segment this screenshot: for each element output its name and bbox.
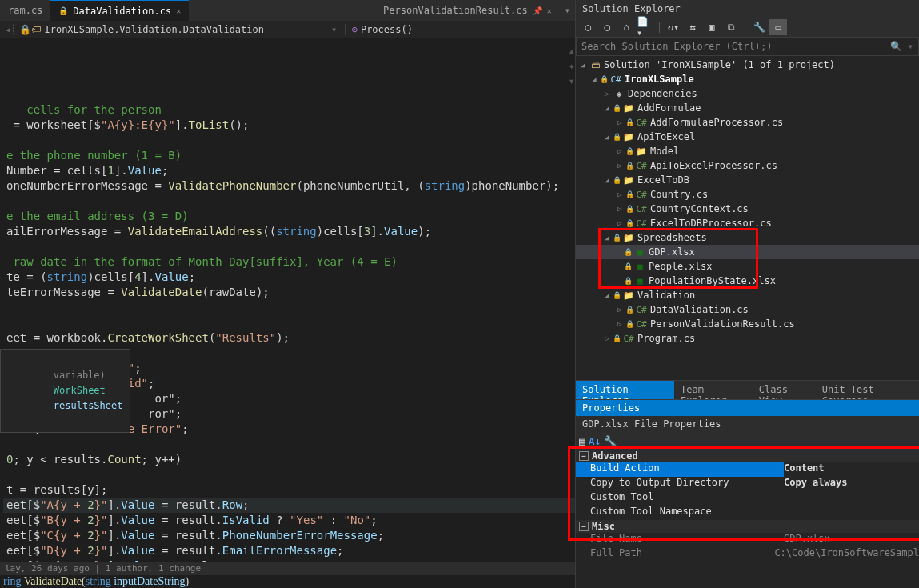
- tab-personvalidation[interactable]: PersonValidationResult.cs 📌 ✕: [375, 0, 560, 21]
- file-addformulaeprocessor[interactable]: ▷🔒C#AddFormulaeProcessor.cs: [576, 115, 919, 130]
- annotation-highlight-properties: [568, 446, 919, 541]
- project-node[interactable]: ◢🔒C#IronXLSample: [576, 72, 919, 86]
- solution-node[interactable]: ◢🗃Solution 'IronXLSample' (1 of 1 projec…: [576, 58, 919, 72]
- collapse-icon[interactable]: ⇆: [684, 19, 701, 35]
- properties-grid[interactable]: −Advanced Build Action Content Copy to O…: [576, 450, 919, 588]
- sort-icon[interactable]: A↓: [589, 435, 601, 447]
- pin-icon[interactable]: 📌: [533, 6, 542, 15]
- solution-explorer-title: Solution Explorer: [576, 0, 919, 18]
- prop-full-path[interactable]: Full Path C:\Code\IronSoftwareSampl: [576, 547, 919, 562]
- code-editor[interactable]: variable) WorkSheet resultsSheet ▴✦▾ cel…: [0, 38, 575, 562]
- split-handle-icon[interactable]: ▴✦▾: [569, 43, 575, 89]
- codelens-status: lay, 26 days ago | 1 author, 1 change: [0, 562, 575, 575]
- panel-tab-bar: Solution Explorer Team Explorer Class Vi…: [576, 380, 919, 399]
- breadcrumb-bar: ◂┊ 🔒🏷 IronXLSample.Validation.DataValida…: [0, 21, 575, 38]
- breadcrumb-namespace[interactable]: 🔒🏷 IronXLSample.Validation.DataValidatio…: [19, 24, 264, 35]
- file-personvalidation[interactable]: ▷🔒C#PersonValidationResult.cs: [576, 317, 919, 331]
- tab-datavalidation[interactable]: 🔒 DataValidation.cs ✕: [50, 0, 189, 21]
- lock-icon: 🔒: [58, 6, 68, 15]
- back-icon[interactable]: ◯: [579, 19, 597, 35]
- file-datavalidation[interactable]: ▷🔒C#DataValidation.cs: [576, 302, 919, 317]
- solution-tree[interactable]: ◢🗃Solution 'IronXLSample' (1 of 1 projec…: [576, 56, 919, 380]
- annotation-highlight-spreadsheets: [598, 228, 758, 289]
- file-country[interactable]: ▷🔒C#Country.cs: [576, 187, 919, 202]
- intellisense-tooltip: variable) WorkSheet resultsSheet: [0, 349, 130, 433]
- categorize-icon[interactable]: ▤: [579, 435, 585, 447]
- properties-panel: Properties GDP.xlsx File Properties ▤ A↓…: [576, 399, 919, 588]
- folder-validation[interactable]: ◢🔒📁Validation: [576, 288, 919, 302]
- forward-icon[interactable]: ◯: [598, 19, 616, 35]
- editor-tab-bar: ram.cs 🔒 DataValidation.cs ✕ PersonValid…: [0, 0, 575, 21]
- tab-class-view[interactable]: Class View: [753, 381, 816, 399]
- solution-explorer-toolbar: ◯ ◯ ⌂ 📄▾ ↻▾ ⇆ ▣ ⧉ 🔧 ▭: [576, 18, 919, 37]
- folder-exceltodb[interactable]: ◢🔒📁ExcelToDB: [576, 173, 919, 187]
- preview-icon[interactable]: ▭: [769, 19, 787, 35]
- tab-unit-test[interactable]: Unit Test Coverage: [816, 381, 919, 399]
- tab-solution-explorer[interactable]: Solution Explorer: [576, 381, 674, 399]
- solution-search-input[interactable]: Search Solution Explorer (Ctrl+;) 🔍 ▾: [576, 37, 919, 56]
- folder-model[interactable]: ▷🔒📁Model: [576, 144, 919, 158]
- dropdown-icon[interactable]: ▾: [560, 5, 575, 16]
- props-wrench-icon[interactable]: 🔧: [604, 435, 617, 447]
- sync-icon[interactable]: 📄▾: [637, 19, 654, 35]
- close-icon[interactable]: ✕: [176, 6, 181, 15]
- show-all-icon[interactable]: ▣: [703, 19, 721, 35]
- properties-title: Properties: [576, 400, 919, 416]
- refresh-icon[interactable]: ↻▾: [665, 19, 682, 35]
- file-apitoexcelprocessor[interactable]: ▷🔒C#ApiToExcelProcessor.cs: [576, 158, 919, 173]
- properties-subtitle: GDP.xlsx File Properties: [576, 416, 919, 432]
- copy-icon[interactable]: ⧉: [722, 19, 740, 35]
- dependencies-node[interactable]: ▷◈Dependencies: [576, 86, 919, 101]
- properties-icon[interactable]: 🔧: [750, 19, 768, 35]
- tab-team-explorer[interactable]: Team Explorer: [674, 381, 753, 399]
- folder-addformulae[interactable]: ◢🔒📁AddFormulae: [576, 101, 919, 115]
- tab-program[interactable]: ram.cs: [0, 0, 50, 21]
- home-icon[interactable]: ⌂: [617, 19, 635, 35]
- close-icon[interactable]: ✕: [547, 6, 552, 15]
- file-countrycontext[interactable]: ▷🔒C#CountryContext.cs: [576, 202, 919, 216]
- folder-apitoexcel[interactable]: ◢🔒📁ApiToExcel: [576, 130, 919, 144]
- breadcrumb-method[interactable]: ⊙ Process(): [352, 24, 413, 35]
- file-program[interactable]: ▷🔒C#Program.cs: [576, 331, 919, 346]
- code-line-partial: ring ValidateDate(string inputDateString…: [0, 575, 575, 588]
